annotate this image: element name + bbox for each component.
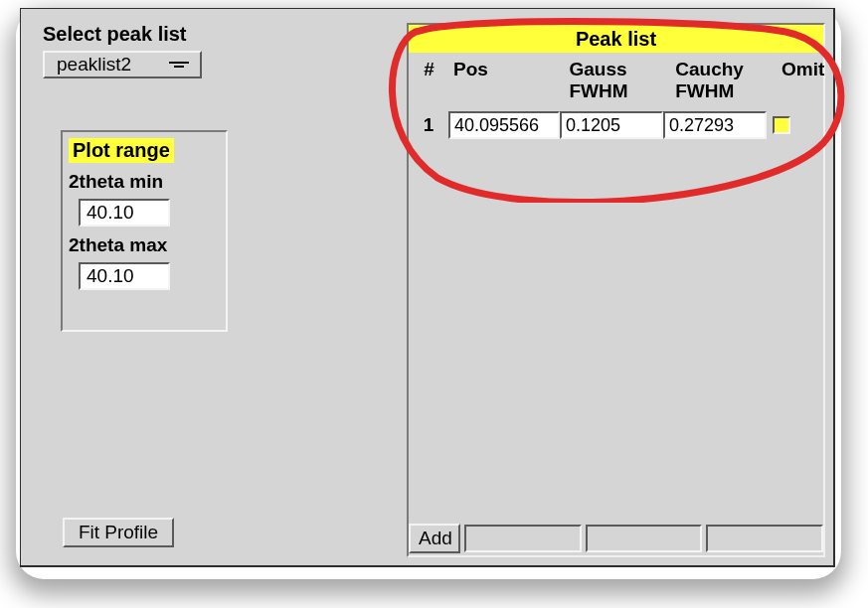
fit-profile-button[interactable]: Fit Profile: [63, 518, 174, 547]
dialog-body: Select peak list peaklist2 Plot range 2t…: [20, 8, 835, 567]
peak-table-footer: Add: [409, 522, 823, 555]
col-header-num: #: [409, 53, 447, 80]
cauchy-fwhm-input[interactable]: [663, 111, 767, 139]
two-theta-max-input[interactable]: [79, 262, 170, 290]
omit-checkbox[interactable]: [773, 116, 790, 134]
footer-cell-cauchy[interactable]: [706, 525, 823, 552]
peak-list-panel: Peak list # Pos Gauss FWHM Cauchy FWHM O…: [407, 23, 825, 557]
col-header-gauss: Gauss FWHM: [563, 53, 669, 102]
col-header-omit: Omit: [776, 53, 823, 80]
two-theta-max-label: 2theta max: [69, 234, 220, 256]
col-header-pos: Pos: [447, 53, 563, 80]
peak-list-title: Peak list: [409, 25, 823, 53]
gauss-fwhm-input[interactable]: [560, 111, 663, 139]
footer-cell-pos[interactable]: [464, 525, 582, 552]
select-peak-list-label: Select peak list: [43, 23, 187, 46]
dropdown-indicator-icon: [168, 62, 190, 68]
pos-input[interactable]: [448, 111, 560, 139]
row-number: 1: [409, 114, 448, 136]
add-peak-button[interactable]: Add: [409, 524, 460, 553]
peak-table-body: 1: [409, 108, 823, 555]
two-theta-min-label: 2theta min: [69, 171, 220, 193]
col-header-cauchy: Cauchy FWHM: [669, 53, 776, 102]
plot-range-group: Plot range 2theta min 2theta max: [61, 130, 228, 332]
peaklist-dropdown[interactable]: peaklist2: [43, 51, 202, 78]
app-window: Select peak list peaklist2 Plot range 2t…: [0, 0, 868, 608]
peaklist-dropdown-value: peaklist2: [57, 54, 131, 75]
peak-table-header: # Pos Gauss FWHM Cauchy FWHM Omit: [409, 53, 823, 108]
footer-cell-gauss[interactable]: [586, 525, 701, 552]
two-theta-min-input[interactable]: [79, 199, 170, 227]
plot-range-title: Plot range: [69, 138, 174, 163]
table-row: 1: [409, 108, 823, 142]
